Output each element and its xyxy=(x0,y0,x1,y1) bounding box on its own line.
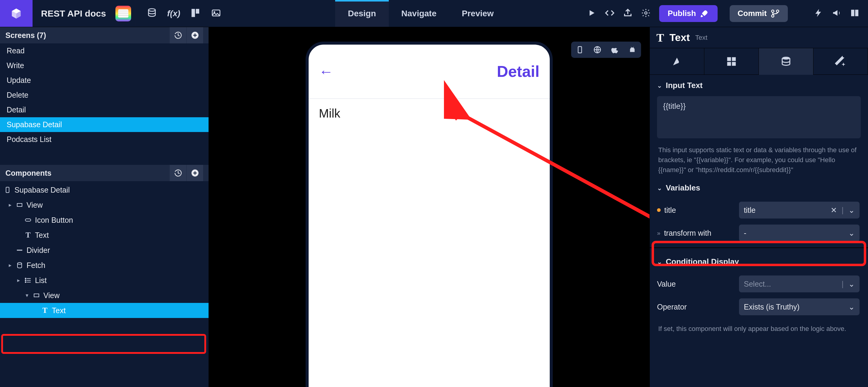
components-header: Components xyxy=(0,165,209,181)
text-icon: T xyxy=(41,306,49,315)
input-text-field[interactable] xyxy=(657,96,861,138)
tree-node-fetch[interactable]: ▸ Fetch xyxy=(0,258,209,273)
rocket-icon xyxy=(700,9,709,19)
variable-transform-select[interactable]: - ⌄ xyxy=(739,225,860,241)
tree-node-view-inner[interactable]: ▾ View xyxy=(0,288,209,303)
chevron-down-icon: ⌄ xyxy=(657,184,662,192)
svg-point-0 xyxy=(148,8,155,11)
commit-label: Commit xyxy=(738,9,767,18)
database-icon[interactable] xyxy=(147,8,157,19)
tab-navigate[interactable]: Navigate xyxy=(389,0,450,27)
app-logo[interactable] xyxy=(0,0,33,27)
screen-item-update[interactable]: Update xyxy=(0,73,209,88)
right-panel: T Text Text ⌄ Input Text This input supp… xyxy=(650,27,868,387)
caret-icon: ▸ xyxy=(7,202,13,208)
svg-point-21 xyxy=(25,282,26,283)
inspector-subtitle: Text xyxy=(695,34,707,41)
bolt-icon[interactable] xyxy=(814,8,824,19)
chevron-down-icon[interactable]: ⌄ xyxy=(848,280,855,289)
svg-rect-29 xyxy=(732,62,736,66)
components-add-button[interactable] xyxy=(186,165,203,181)
clear-icon[interactable]: ✕ xyxy=(831,206,837,215)
megaphone-icon[interactable] xyxy=(832,8,841,19)
tab-preview[interactable]: Preview xyxy=(449,0,506,27)
status-dot-icon xyxy=(657,208,661,212)
inspector-tab-data[interactable] xyxy=(759,48,813,75)
screen-item-write[interactable]: Write xyxy=(0,58,209,73)
components-history-button[interactable] xyxy=(169,165,186,181)
chevron-right-icon: » xyxy=(657,230,660,237)
variable-title-select[interactable]: title ✕|⌄ xyxy=(739,202,860,218)
gear-icon[interactable] xyxy=(641,8,651,19)
screens-title: Screens (7) xyxy=(5,31,46,40)
code-icon[interactable] xyxy=(605,8,615,19)
palette-icon[interactable] xyxy=(190,8,201,19)
svg-rect-1 xyxy=(192,9,195,17)
pill-icon xyxy=(24,216,32,224)
input-text-help: This input supports static text or data … xyxy=(657,140,861,177)
canvas: ← Detail Milk xyxy=(209,27,650,387)
mode-tabs: Design Navigate Preview xyxy=(335,0,506,27)
image-icon[interactable] xyxy=(211,8,221,19)
platform-mobile-icon[interactable] xyxy=(571,41,589,58)
inspector-tab-layout[interactable] xyxy=(704,48,759,75)
top-bar: REST API docs f(x) Design Navigate Previ… xyxy=(0,0,868,27)
theme-button[interactable] xyxy=(115,0,132,27)
toolbar-icons: f(x) xyxy=(135,0,233,27)
rect-icon xyxy=(16,201,24,209)
database-icon xyxy=(16,261,24,269)
tree-node-screen[interactable]: Supabase Detail xyxy=(0,182,209,198)
svg-rect-2 xyxy=(196,9,199,13)
inspector-header: T Text Text xyxy=(650,27,868,48)
tab-design[interactable]: Design xyxy=(335,0,389,27)
share-icon[interactable] xyxy=(623,8,632,19)
screen-item-delete[interactable]: Delete xyxy=(0,88,209,102)
chevron-down-icon[interactable]: ⌄ xyxy=(848,229,855,238)
conditional-operator-select[interactable]: Exists (is Truthy) ⌄ xyxy=(739,298,860,315)
tree-node-list[interactable]: ▸ List xyxy=(0,273,209,288)
tree-node-text[interactable]: T Text xyxy=(0,228,209,243)
chevron-down-icon[interactable]: ⌄ xyxy=(848,206,855,215)
screen-item-read[interactable]: Read xyxy=(0,43,209,58)
device-body-text: Milk xyxy=(319,107,539,120)
topbar-right: Publish Commit xyxy=(578,0,868,27)
chevron-down-icon[interactable]: ⌄ xyxy=(848,303,855,311)
screens-add-button[interactable] xyxy=(186,27,203,43)
inspector-tab-magic[interactable] xyxy=(813,48,868,75)
platform-apple-icon[interactable] xyxy=(606,41,624,58)
function-icon[interactable]: f(x) xyxy=(167,9,181,19)
platform-web-icon[interactable] xyxy=(589,41,606,58)
tree-node-view[interactable]: ▸ View xyxy=(0,198,209,212)
rect-icon xyxy=(33,292,40,299)
inspector-title: Text xyxy=(670,32,689,43)
tree-node-text-selected[interactable]: T Text xyxy=(0,303,209,318)
conditional-value-row: Value Select... |⌄ xyxy=(657,272,861,295)
conditional-operator-row: Operator Exists (is Truthy) ⌄ xyxy=(657,295,861,318)
screen-item-supabase-detail[interactable]: Supabase Detail xyxy=(0,117,209,132)
conditional-value-select[interactable]: Select... |⌄ xyxy=(739,275,860,292)
section-conditional-header[interactable]: ⌄ Conditional Display xyxy=(650,251,868,272)
section-variables-header[interactable]: ⌄ Variables xyxy=(650,177,868,199)
svg-point-15 xyxy=(18,263,22,264)
text-type-icon: T xyxy=(656,31,664,44)
back-arrow-icon[interactable]: ← xyxy=(319,63,333,80)
tree-node-icon-button[interactable]: Icon Button xyxy=(0,212,209,228)
screen-item-detail[interactable]: Detail xyxy=(0,102,209,117)
section-input-text-header[interactable]: ⌄ Input Text xyxy=(650,75,868,96)
publish-button[interactable]: Publish xyxy=(659,5,718,22)
commit-button[interactable]: Commit xyxy=(730,5,788,22)
components-title: Components xyxy=(5,169,52,178)
svg-rect-12 xyxy=(17,204,22,206)
platform-android-icon[interactable] xyxy=(624,41,641,58)
inspector-tab-style[interactable] xyxy=(650,48,704,75)
tree-node-divider[interactable]: Divider xyxy=(0,243,209,258)
conditional-help: If set, this component will only appear … xyxy=(657,318,861,336)
play-icon[interactable] xyxy=(587,8,596,19)
svg-point-5 xyxy=(645,12,647,14)
book-icon[interactable] xyxy=(850,8,860,19)
inspector-tabs xyxy=(650,48,868,75)
screen-item-podcasts-list[interactable]: Podcasts List xyxy=(0,132,209,147)
platform-switcher xyxy=(571,41,641,58)
screens-list: Read Write Update Delete Detail Supabase… xyxy=(0,43,209,147)
screens-history-button[interactable] xyxy=(169,27,186,43)
